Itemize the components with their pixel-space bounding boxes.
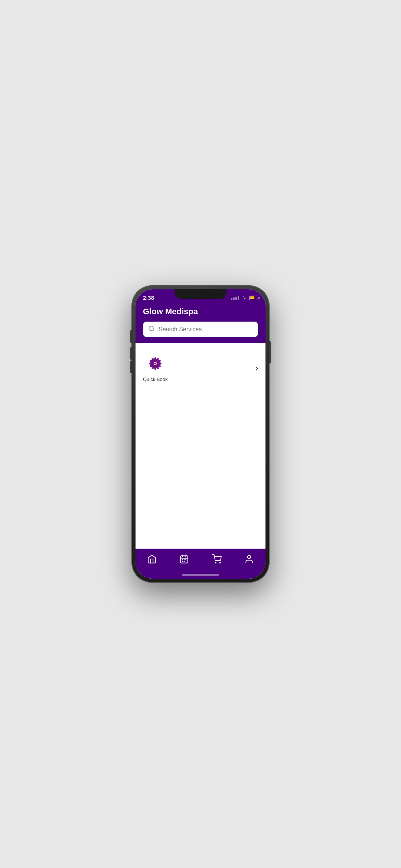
home-indicator (136, 574, 265, 579)
bottom-navigation (136, 549, 265, 574)
svg-point-25 (215, 562, 216, 563)
home-indicator-bar (182, 574, 219, 576)
search-input[interactable] (159, 326, 253, 333)
svg-point-26 (219, 562, 220, 563)
svg-line-1 (153, 330, 154, 331)
search-icon (148, 325, 155, 333)
svg-point-15 (154, 363, 156, 365)
profile-icon (244, 554, 254, 565)
app-title: Glow Medispa (143, 307, 258, 316)
status-time: 2:38 (143, 295, 154, 301)
phone-frame: 2:38 ∿ Glow Medispa (132, 286, 269, 582)
list-item[interactable]: Quick Book › (141, 351, 260, 386)
service-list: Quick Book › (136, 343, 265, 393)
app-header: Glow Medispa (136, 304, 265, 343)
nav-item-home[interactable] (141, 553, 163, 567)
nav-item-calendar[interactable] (173, 553, 195, 567)
phone-notch (175, 289, 226, 299)
content-area: Quick Book › (136, 343, 265, 549)
signal-icon (231, 296, 239, 300)
calendar-icon (179, 554, 189, 565)
nav-item-profile[interactable] (238, 553, 260, 567)
chevron-right-icon[interactable]: › (255, 364, 258, 373)
phone-screen: 2:38 ∿ Glow Medispa (136, 289, 265, 579)
service-item-quick-book: Quick Book (143, 354, 167, 382)
svg-point-27 (248, 555, 251, 559)
wifi-icon: ∿ (242, 295, 246, 300)
flower-icon (146, 354, 164, 374)
search-bar[interactable] (143, 322, 258, 337)
service-label: Quick Book (143, 377, 167, 382)
nav-item-cart[interactable] (206, 553, 228, 567)
home-icon (147, 554, 157, 565)
status-icons: ∿ (231, 295, 258, 300)
cart-icon (212, 554, 222, 565)
battery-icon (249, 296, 258, 300)
